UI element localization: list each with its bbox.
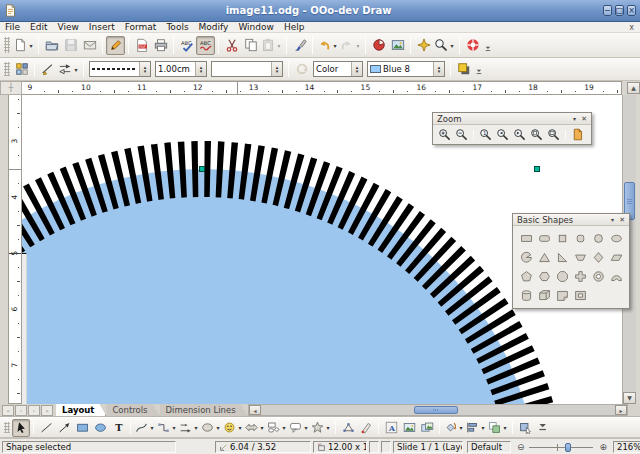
palette-menu-caret-icon[interactable]: ▾ (573, 115, 576, 122)
shape-rectangle-button[interactable] (517, 229, 535, 247)
edit-file-button[interactable] (106, 36, 125, 55)
scroll-left-button[interactable]: ◂ (249, 405, 261, 415)
dropdown-caret-icon[interactable]: ▾ (458, 424, 464, 431)
toolbar-grip[interactable] (4, 62, 10, 76)
dropdown-caret-icon[interactable]: ▾ (171, 424, 177, 431)
shape-circle-pie-button[interactable] (517, 248, 535, 266)
dropdown-caret-icon[interactable]: ▾ (193, 424, 199, 431)
shape-parallelogram-button[interactable] (607, 248, 625, 266)
arrange-button[interactable]: ▾ (487, 419, 509, 437)
next-page-button[interactable]: › (28, 405, 40, 416)
line-button[interactable] (37, 419, 55, 437)
shape-regular-pentagon-button[interactable] (517, 267, 535, 285)
scroll-up-button[interactable]: ▲ (627, 82, 640, 94)
shape-folded-corner-button[interactable] (553, 286, 571, 304)
toolbar-grip[interactable] (4, 37, 10, 53)
ruler-origin-corner[interactable]: ┼ (0, 81, 22, 95)
copy-button[interactable] (241, 36, 260, 55)
tab-layout[interactable]: Layout (56, 404, 106, 416)
horizontal-ruler[interactable]: 910111213141516171819 (22, 81, 622, 95)
callouts-button[interactable]: ▾ (288, 419, 310, 437)
zoom-100-button[interactable]: 1 (477, 126, 494, 143)
vertical-ruler[interactable]: 34567 (8, 95, 22, 404)
shape-ellipse-button[interactable] (607, 229, 625, 247)
selected-ellipse-shape[interactable] (22, 169, 537, 404)
zoom-in-button[interactable] (436, 126, 453, 143)
object-size-cell[interactable]: 12.00 x 11.50 (313, 441, 367, 453)
shape-cross-button[interactable] (571, 267, 589, 285)
optimal-button[interactable] (569, 126, 586, 143)
dropdown-caret-icon[interactable]: ▾ (215, 424, 221, 431)
shape-hexagon-button[interactable] (535, 267, 553, 285)
effects-rotate-button[interactable]: ▾ (443, 419, 465, 437)
document-as-email-button[interactable] (80, 36, 99, 55)
tab-controls[interactable]: Controls (106, 404, 159, 416)
page-width-button[interactable] (545, 126, 562, 143)
spellcheck-button[interactable]: ABC (177, 36, 196, 55)
palette-close-icon[interactable]: ✕ (581, 115, 587, 123)
menu-modify[interactable]: Modify (194, 22, 234, 32)
shape-rounded-rectangle-button[interactable] (535, 229, 553, 247)
dropdown-caret-icon[interactable]: ▾ (149, 424, 155, 431)
arrow-style-button[interactable]: ▾ (57, 60, 80, 79)
shapes-palette-titlebar[interactable]: Basic Shapes ▾ ✕ (513, 214, 629, 226)
navigator-button[interactable] (414, 36, 433, 55)
paste-button[interactable]: ▾ (260, 36, 283, 55)
symbol-shapes-button[interactable]: ▾ (222, 419, 244, 437)
line-color-spin-buttons[interactable]: ▴▾ (271, 62, 282, 76)
line-width-select[interactable]: 1.00cm▴▾ (155, 61, 207, 77)
scroll-down-button[interactable]: ▼ (623, 392, 636, 404)
zoom-previous-button[interactable] (494, 126, 511, 143)
shape-circle-button[interactable] (589, 229, 607, 247)
line-style-spin-buttons[interactable]: ▴▾ (139, 62, 150, 76)
shape-cylinder-button[interactable] (517, 286, 535, 304)
menu-tools[interactable]: Tools (161, 22, 193, 32)
gallery-button[interactable] (418, 419, 436, 437)
print-button[interactable] (151, 36, 170, 55)
line-dialog-button[interactable] (38, 60, 57, 79)
insert-picture-button[interactable] (400, 419, 418, 437)
cut-button[interactable] (222, 36, 241, 55)
title-bar[interactable]: image11.odg - OOo-dev Draw −□× (0, 0, 640, 22)
glue-points-button[interactable] (357, 419, 375, 437)
gallery-button[interactable] (388, 36, 407, 55)
first-page-button[interactable]: « (2, 405, 14, 416)
shape-block-arc-button[interactable] (607, 267, 625, 285)
scroll-right-button[interactable]: ▸ (615, 405, 627, 415)
toolbar-grip[interactable] (4, 422, 10, 433)
dropdown-caret-icon[interactable]: ▾ (28, 42, 34, 49)
open-button[interactable] (42, 36, 61, 55)
dropdown-caret-icon[interactable]: ▾ (449, 42, 455, 49)
slide-indicator[interactable]: Slide 1 / 1 (Layout) (393, 441, 463, 453)
save-button[interactable] (61, 36, 80, 55)
ellipse-button[interactable] (91, 419, 109, 437)
fontwork-gallery-button[interactable]: A (382, 419, 400, 437)
dropdown-caret-icon[interactable]: ▾ (281, 424, 287, 431)
zoom-slider[interactable]: ⊖ ⊕ (514, 441, 610, 453)
select-button[interactable] (12, 419, 30, 437)
chart-button[interactable] (369, 36, 388, 55)
toolbar-overflow-button[interactable] (534, 417, 552, 435)
format-paintbrush-button[interactable] (290, 36, 309, 55)
menu-window[interactable]: Window (233, 22, 279, 32)
menu-help[interactable]: Help (279, 22, 310, 32)
curve-button[interactable]: ▾ (134, 419, 156, 437)
dropdown-caret-icon[interactable]: ▾ (502, 424, 508, 431)
horizontal-scrollbar[interactable]: ◂ ▸ (248, 404, 628, 416)
dropdown-caret-icon[interactable]: ▾ (303, 424, 309, 431)
selection-handle[interactable] (534, 166, 540, 172)
palette-menu-caret-icon[interactable]: ▾ (611, 216, 614, 223)
dropdown-caret-icon[interactable]: ▾ (480, 424, 486, 431)
cursor-position-cell[interactable]: 6.04 / 3.52 (215, 441, 311, 453)
zoom-percentage[interactable]: 216% (613, 441, 640, 453)
area-style-select[interactable]: Color▴▾ (313, 61, 363, 77)
menu-insert[interactable]: Insert (84, 22, 120, 32)
help-button[interactable] (463, 36, 482, 55)
dropdown-caret-icon[interactable]: ▾ (237, 424, 243, 431)
shape-cube-button[interactable] (535, 286, 553, 304)
rectangle-button[interactable] (73, 419, 91, 437)
connector-button[interactable]: ▾ (156, 419, 178, 437)
close-button[interactable]: × (627, 5, 636, 16)
stars-button[interactable]: ▾ (310, 419, 332, 437)
new-document-button[interactable]: ▾ (12, 36, 35, 55)
